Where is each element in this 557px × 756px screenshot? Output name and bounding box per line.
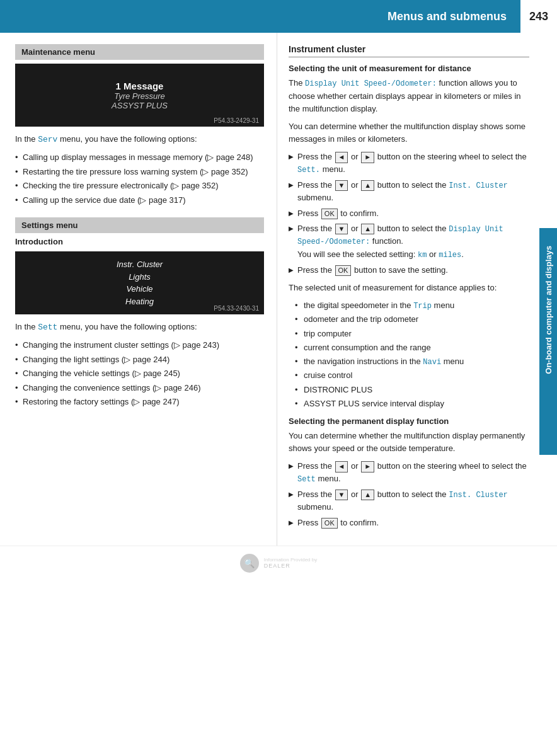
header-title: Menus and submenus [0, 10, 519, 23]
applies-to-intro: The selected unit of measurement for dis… [289, 282, 529, 294]
main-container: Maintenance menu 1 Message Tyre Pressure… [0, 33, 557, 546]
settings-bullet-list: Changing the instrument cluster settings… [15, 339, 264, 408]
side-tab: On-board computer and displays [539, 228, 557, 392]
maintenance-intro: In the Serv menu, you have the following… [15, 133, 264, 146]
step-item: Press the ◄ or ► button on the steering … [289, 460, 529, 486]
maintenance-bullet-list: Calling up display messages in message m… [15, 151, 264, 206]
btn-up3: ▲ [361, 490, 374, 500]
screenshot-line3: ASSYST PLUS [112, 101, 168, 110]
subsection1-para2: You can determine whether the multifunct… [289, 120, 529, 146]
step-item: Press the ▼ or ▲ button to select the Di… [289, 222, 529, 261]
applies-to-list: the digital speedometer in the Trip menu… [289, 299, 529, 410]
maintenance-section-header: Maintenance menu [15, 44, 264, 60]
sett-menu-link[interactable]: Sett [38, 323, 57, 332]
settings-screenshot: Instr. Cluster Lights Vehicle Heating P5… [15, 251, 264, 314]
step-item: Press the ◄ or ► button on the steering … [289, 151, 529, 176]
list-item: Changing the convenience settings (▷ pag… [15, 382, 264, 394]
btn-up2: ▲ [361, 224, 374, 234]
list-item: Changing the instrument cluster settings… [15, 339, 264, 352]
display-unit-link2[interactable]: Display Unit Speed-/Odometer: [297, 225, 503, 247]
list-item: Changing the light settings (▷ page 244) [15, 353, 264, 366]
btn-right2: ► [361, 461, 374, 472]
list-item: Calling up the service due date (▷ page … [15, 194, 264, 207]
list-item: the navigation instructions in the Navi … [295, 355, 529, 369]
btn-ok: OK [321, 209, 338, 219]
sett-link[interactable]: Sett. [297, 166, 320, 175]
list-item: trip computer [295, 328, 529, 340]
steps-list-2: Press the ◄ or ► button on the steering … [289, 460, 529, 529]
subsection1-title: Selecting the unit of measurement for di… [289, 64, 529, 73]
list-item: cruise control [295, 369, 529, 382]
right-column: Instrument cluster Selecting the unit of… [277, 33, 539, 546]
introduction-subtitle: Introduction [15, 237, 264, 246]
footer: 🔍 Information Provided by DEALER [0, 546, 557, 580]
list-item: DISTRONIC PLUS [295, 384, 529, 396]
menu-item-vehicle: Vehicle [126, 283, 152, 295]
list-item: Restoring the factory settings (▷ page 2… [15, 396, 264, 408]
footer-logo-text: Information Provided by [264, 557, 318, 563]
subsection1-intro: The Display Unit Speed-/Odometer: functi… [289, 77, 529, 115]
steps-list-1: Press the ◄ or ► button on the steering … [289, 151, 529, 277]
screenshot-label2: P54.33-2430-31 [214, 305, 259, 312]
btn-ok3: OK [321, 518, 338, 529]
btn-down3: ▼ [335, 490, 348, 500]
list-item: odometer and the trip odometer [295, 313, 529, 326]
btn-left2: ◄ [335, 461, 348, 472]
right-section-title: Instrument cluster [289, 44, 529, 57]
dealer-logo: 🔍 Information Provided by DEALER [240, 554, 318, 573]
header-bar: Menus and submenus 243 [0, 0, 557, 33]
btn-up: ▲ [361, 180, 374, 191]
btn-ok2: OK [335, 265, 352, 276]
screenshot-line2: Tyre Pressure [114, 91, 165, 101]
list-item: Calling up display messages in message m… [15, 151, 264, 164]
btn-right: ► [361, 152, 374, 163]
display-unit-link[interactable]: Display Unit Speed-/Odometer: [305, 79, 437, 88]
serv-menu-link[interactable]: Serv [38, 135, 57, 144]
subsection2-title: Selecting the permanent display function [289, 416, 529, 426]
screenshot-line1: 1 Message [116, 81, 164, 91]
navi-link[interactable]: Navi [423, 358, 441, 367]
inst-cluster-link2[interactable]: Inst. Cluster [449, 491, 508, 500]
menu-item-lights: Lights [129, 271, 151, 284]
trip-link[interactable]: Trip [413, 302, 432, 311]
left-column: Maintenance menu 1 Message Tyre Pressure… [0, 33, 277, 546]
sett-link2[interactable]: Sett [297, 475, 316, 484]
step-item: Press OK to confirm. [289, 517, 529, 529]
menu-item-instr: Instr. Cluster [117, 258, 163, 271]
miles-link: miles [439, 251, 461, 260]
list-item: Changing the vehicle settings (▷ page 24… [15, 367, 264, 380]
inst-cluster-link[interactable]: Inst. Cluster [449, 181, 508, 190]
step-item: Press the ▼ or ▲ button to select the In… [289, 179, 529, 205]
list-item: current consumption and the range [295, 341, 529, 354]
subsection2-intro: You can determine whether the multifunct… [289, 430, 529, 455]
list-item: Restarting the tire pressure loss warnin… [15, 166, 264, 178]
screenshot-label1: P54.33-2429-31 [214, 117, 259, 124]
list-item: the digital speedometer in the Trip menu [295, 299, 529, 312]
km-link: km [418, 251, 427, 260]
side-tab-blue-block [539, 392, 557, 455]
menu-item-heating: Heating [125, 295, 154, 308]
side-tab-label: On-board computer and displays [544, 246, 553, 374]
list-item: Checking the tire pressure electronicall… [15, 180, 264, 192]
step-item: Press OK to confirm. [289, 207, 529, 220]
list-item: ASSYST PLUS service interval display [295, 398, 529, 410]
settings-intro: In the Sett menu, you have the following… [15, 321, 264, 334]
maintenance-screenshot: 1 Message Tyre Pressure ASSYST PLUS P54.… [15, 64, 264, 127]
settings-section-header: Settings menu [15, 217, 264, 233]
step-item: Press the ▼ or ▲ button to select the In… [289, 488, 529, 514]
footer-dealer-text: DEALER [264, 563, 318, 569]
btn-down: ▼ [335, 180, 348, 191]
page-number: 243 [519, 0, 557, 33]
btn-down2: ▼ [335, 224, 348, 234]
btn-left: ◄ [335, 152, 348, 163]
step-item: Press the OK button to save the setting. [289, 264, 529, 277]
